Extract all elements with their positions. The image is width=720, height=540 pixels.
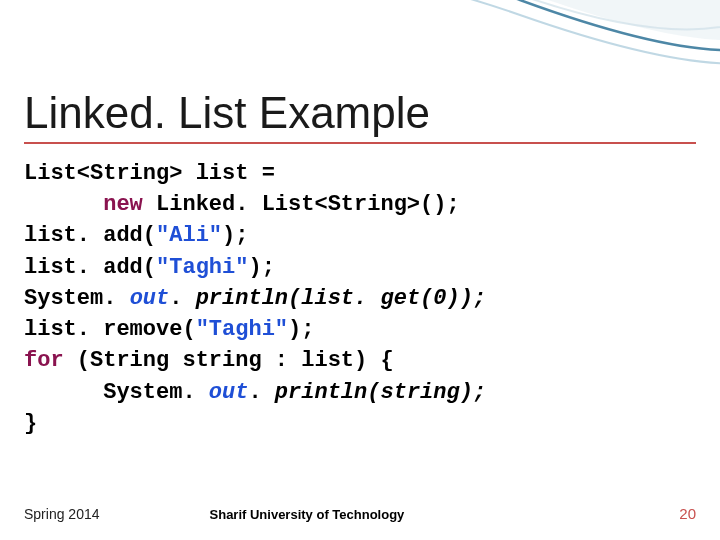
- code-line-3a: list. add(: [24, 223, 156, 248]
- footer-org: Sharif University of Technology: [210, 507, 405, 522]
- page-number: 20: [679, 505, 696, 522]
- field-out: out: [130, 286, 170, 311]
- string-literal: "Taghi": [156, 255, 248, 280]
- code-line-4b: );: [248, 255, 274, 280]
- code-block: List<String> list = new Linked. List<Str…: [24, 158, 696, 439]
- field-out: out: [209, 380, 249, 405]
- code-line-1: List<String> list =: [24, 161, 288, 186]
- code-indent: [24, 192, 103, 217]
- code-line-6a: list. remove(: [24, 317, 196, 342]
- code-line-8a: System.: [24, 380, 209, 405]
- page-title: Linked. List Example: [24, 88, 696, 138]
- code-dot: .: [248, 380, 274, 405]
- string-literal: "Taghi": [196, 317, 288, 342]
- code-line-5a: System.: [24, 286, 130, 311]
- code-line-4a: list. add(: [24, 255, 156, 280]
- slide-content: Linked. List Example List<String> list =…: [0, 0, 720, 439]
- keyword-new: new: [103, 192, 143, 217]
- method-call: println(list. get(0));: [196, 286, 486, 311]
- code-dot: .: [169, 286, 195, 311]
- code-line-3b: );: [222, 223, 248, 248]
- method-call: println(string);: [275, 380, 486, 405]
- keyword-for: for: [24, 348, 64, 373]
- code-line-9: }: [24, 411, 37, 436]
- code-line-2: Linked. List<String>();: [143, 192, 460, 217]
- code-line-7: (String string : list) {: [64, 348, 394, 373]
- title-underline: [24, 142, 696, 144]
- string-literal: "Ali": [156, 223, 222, 248]
- slide-footer: Spring 2014 Sharif University of Technol…: [24, 505, 696, 522]
- code-line-6b: );: [288, 317, 314, 342]
- footer-date: Spring 2014: [24, 506, 100, 522]
